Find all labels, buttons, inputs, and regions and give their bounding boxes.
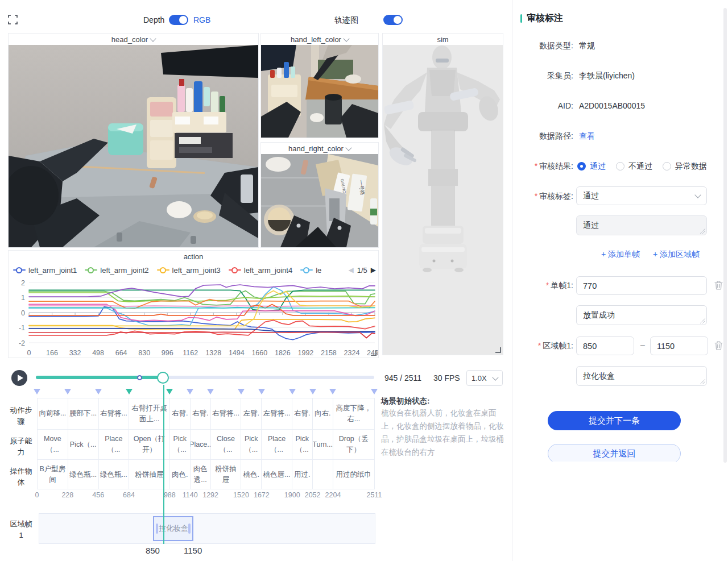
frame-axis-label: 456 — [92, 491, 104, 499]
step-boundary-marker[interactable] — [238, 389, 245, 394]
step-boundary-marker[interactable] — [207, 389, 214, 394]
legend-label: left_arm_joint1 — [28, 266, 77, 275]
legend-item[interactable]: left_arm_joint1 — [13, 266, 77, 275]
data-path-link[interactable]: 查看 — [579, 131, 595, 142]
step-boundary-marker[interactable] — [309, 389, 316, 394]
steps-table-cell: Place（... — [99, 430, 130, 460]
hand-left-camera-select[interactable]: hand_left_color — [261, 34, 378, 45]
step-boundary-marker[interactable] — [95, 389, 102, 394]
frame-axis-label: 1140 — [183, 491, 198, 499]
single-frame-note-textarea[interactable]: 放置成功 — [576, 305, 707, 325]
single-frame-input[interactable]: 770 — [576, 276, 707, 295]
step-boundary-marker[interactable] — [258, 389, 265, 394]
steps-table-cell: 用过的纸巾 — [333, 460, 374, 489]
chart-plot[interactable]: 210-1-2016633249866483099611621328149416… — [9, 278, 378, 358]
hand-right-camera-panel: hand_right_color 一号格 Grid NO.1 — [260, 142, 379, 248]
play-button[interactable] — [11, 370, 27, 386]
trajectory-toggle[interactable] — [383, 15, 403, 25]
toggle-knob — [394, 16, 402, 24]
timeline-slider-fill — [36, 376, 163, 379]
step-boundary-marker[interactable] — [187, 389, 193, 394]
steps-table-cell: 高度下降，右... — [333, 398, 374, 429]
frame-axis-label: 988 — [164, 491, 176, 499]
review-result-option-label[interactable]: 通过 — [590, 161, 606, 171]
steps-table-cell: 绿色瓶... — [99, 460, 130, 489]
legend-page-indicator: 1/5 — [357, 266, 367, 275]
resize-grip-icon[interactable] — [700, 379, 705, 384]
radio-unselected-icon[interactable] — [616, 162, 624, 171]
head-camera-title: head_color — [111, 35, 148, 44]
speed-select[interactable]: 1.0X — [466, 370, 503, 386]
step-boundary-marker[interactable] — [289, 389, 296, 394]
step-boundary-marker[interactable] — [371, 389, 378, 394]
resize-handle-icon[interactable] — [495, 347, 501, 353]
step-boundary-marker[interactable] — [34, 389, 40, 394]
region-left-handle[interactable] — [156, 523, 158, 534]
review-result-option[interactable]: 异常数据 — [663, 161, 717, 171]
steps-table-cell: 肉色. — [170, 460, 191, 489]
steps-table-cell: 向右. — [313, 398, 333, 429]
region-right-handle[interactable] — [188, 523, 191, 534]
sim-panel: sim — [382, 33, 503, 355]
radio-selected-icon[interactable] — [577, 162, 586, 171]
radio-unselected-icon[interactable] — [663, 162, 671, 171]
legend-prev-arrow[interactable]: ◀ — [348, 267, 353, 273]
range-dash: – — [640, 340, 645, 350]
region-frame-start-input[interactable]: 850 — [576, 336, 634, 355]
timeline-slider[interactable] — [36, 376, 374, 379]
steps-table-cell: Pick（... — [292, 430, 313, 460]
resize-handle-icon[interactable] — [371, 350, 377, 356]
app-root: Depth RGB 轨迹图 head_color — [0, 0, 728, 561]
resize-grip-icon[interactable] — [700, 318, 705, 323]
single-frame-marker-dot[interactable] — [137, 375, 142, 380]
review-result-option[interactable]: 通过 — [577, 161, 616, 171]
svg-text:0: 0 — [27, 349, 31, 357]
head-camera-select[interactable]: head_color — [9, 34, 258, 45]
review-result-option[interactable]: 不通过 — [616, 161, 663, 171]
legend-next-arrow[interactable]: ▶ — [371, 267, 376, 273]
region-frame-track[interactable]: 拉化妆盒 — [39, 513, 375, 544]
delete-single-frame-icon[interactable] — [714, 281, 723, 290]
panel-scrollbar[interactable] — [723, 8, 727, 463]
depth-rgb-toggle[interactable] — [169, 15, 188, 25]
playhead-line[interactable] — [163, 385, 164, 544]
steps-table-cell: Place（... — [262, 430, 292, 460]
legend-item[interactable]: left_arm_joint2 — [85, 266, 148, 275]
add-single-frame-link[interactable]: + 添加单帧 — [601, 250, 640, 260]
region-frame-note-textarea[interactable]: 拉化妆盒 — [576, 366, 707, 386]
fullscreen-icon[interactable] — [8, 15, 18, 24]
legend-marker-icon — [13, 267, 26, 273]
step-boundary-marker[interactable] — [126, 389, 133, 394]
add-region-frame-link[interactable]: + 添加区域帧 — [653, 250, 700, 260]
svg-text:1992: 1992 — [297, 349, 313, 357]
review-result-option-label[interactable]: 不通过 — [628, 161, 652, 171]
chart-legend: left_arm_joint1left_arm_joint2left_arm_j… — [9, 262, 378, 278]
svg-text:1660: 1660 — [251, 349, 267, 357]
svg-text:1826: 1826 — [275, 349, 291, 357]
legend-item[interactable]: left_arm_joint3 — [157, 266, 221, 275]
chart-title: action — [9, 251, 378, 262]
frame-axis-label: 2052 — [305, 491, 321, 499]
hand-right-camera-select[interactable]: hand_right_color — [261, 143, 378, 154]
legend-item[interactable]: le — [300, 266, 321, 275]
review-comment-textarea[interactable]: 通过 — [576, 215, 707, 235]
chart-series-line — [29, 329, 375, 331]
submit-next-button[interactable]: 提交并下一条 — [548, 411, 681, 430]
hand-right-camera-image: 一号格 Grid NO.1 — [261, 154, 378, 247]
delete-region-frame-icon[interactable] — [714, 341, 723, 350]
review-tag-select[interactable]: 通过 — [576, 186, 707, 205]
step-boundary-marker[interactable] — [64, 389, 71, 394]
legend-marker-icon — [85, 267, 97, 273]
step-boundary-marker[interactable] — [329, 389, 336, 394]
region-frame-block[interactable]: 拉化妆盒 — [153, 516, 193, 541]
timeline-slider-handle[interactable] — [157, 372, 169, 384]
region-frame-end-input[interactable]: 1150 — [650, 336, 708, 355]
review-result-option-label[interactable]: 异常数据 — [675, 161, 707, 171]
step-boundary-marker[interactable] — [166, 389, 173, 394]
region-frame-number: 850 — [146, 546, 160, 555]
svg-text:0: 0 — [21, 309, 25, 317]
submit-back-button[interactable]: 提交并返回 — [548, 444, 681, 462]
resize-grip-icon[interactable] — [700, 228, 705, 234]
legend-marker-icon — [157, 267, 169, 273]
legend-item[interactable]: left_arm_joint4 — [229, 266, 292, 275]
